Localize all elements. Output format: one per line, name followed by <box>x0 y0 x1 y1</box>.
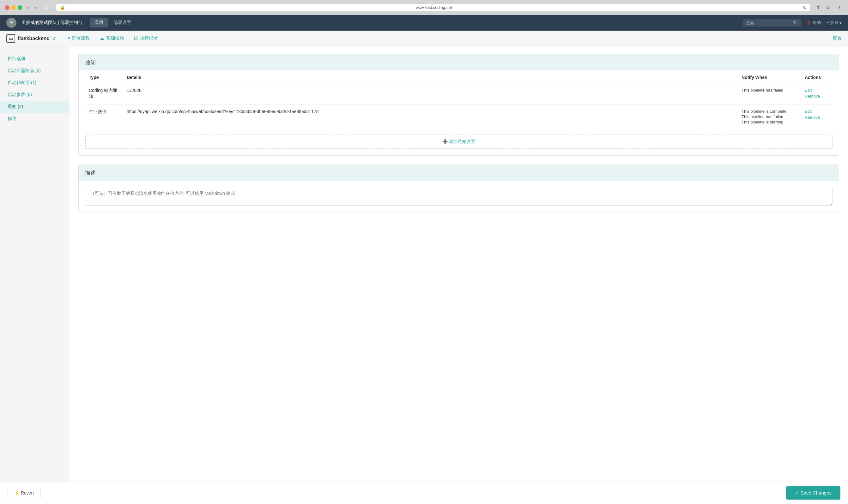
row1-edit-link[interactable]: Edit <box>805 88 829 92</box>
help-label: 帮助 <box>813 20 821 25</box>
sidebar-item-notifications[interactable]: 通知 (2) <box>0 101 70 113</box>
row2-actions: Edit Remove <box>801 105 832 130</box>
user-label: 王振威 <box>826 20 838 25</box>
help-link[interactable]: ❓ 帮助 <box>806 20 821 25</box>
description-section: 描述 <box>78 164 839 212</box>
revert-button[interactable]: ⚡ Revert <box>7 487 40 499</box>
deploy-flow-icon: ≡ <box>67 36 70 41</box>
reload-button[interactable]: ↻ <box>803 5 807 10</box>
user-menu[interactable]: 王振威 ▾ <box>826 20 842 25</box>
notify-when-line: This pipeline has failed <box>742 88 797 92</box>
sidebar-item-triggers[interactable]: 自动触发器 (1) <box>0 77 70 89</box>
cloud-icon: ☁ <box>100 36 104 41</box>
row2-type: 企业微信 <box>85 105 123 130</box>
sub-nav-tabs: ≡ 部署流程 ☁ 基础设施 ☑ 执行记录 <box>66 31 159 47</box>
table-row: 企业微信 https://qyapi.weixin.qq.com/cgi-bin… <box>85 105 832 130</box>
check-icon: ☑ <box>134 36 138 41</box>
browser-actions: ⬆ ⧉ <box>814 3 832 12</box>
sidebar-item-artifacts[interactable]: 启动所需制品 (3) <box>0 65 70 77</box>
search-input[interactable] <box>746 20 790 25</box>
notification-section-body: Type Details Notify When Actions Coding … <box>79 70 839 155</box>
nav-item-deploy[interactable]: 部署设置 <box>109 18 136 28</box>
tab-button[interactable]: ⬜ <box>42 4 52 11</box>
sidebar-item-params[interactable]: 启动参数 (0) <box>0 89 70 101</box>
forward-button[interactable]: › <box>33 4 38 11</box>
maximize-button[interactable] <box>18 5 22 10</box>
row2-remove-link[interactable]: Remove <box>805 115 829 120</box>
notify-when-line-1: This pipeline is complete <box>742 109 797 114</box>
nav-buttons: ‹ › <box>26 4 38 11</box>
description-textarea[interactable] <box>85 186 832 205</box>
row1-actions: Edit Remove <box>801 83 832 105</box>
content-area: 通知 Type Details Notify When Actions <box>70 47 848 493</box>
row1-notify-when: This pipeline has failed <box>738 83 801 105</box>
row1-details: 132028 <box>123 83 738 105</box>
row2-edit-link[interactable]: Edit <box>805 109 829 114</box>
lock-icon: 🔒 <box>60 5 65 10</box>
app-name: flaskbackend <box>18 36 50 41</box>
notification-section: 通知 Type Details Notify When Actions <box>78 54 839 156</box>
description-section-body <box>79 181 839 212</box>
row2-notify-when: This pipeline is complete This pipeline … <box>738 105 801 130</box>
notify-when-line-3: This pipeline is starting <box>742 120 797 124</box>
add-tab-button[interactable]: + <box>836 3 843 11</box>
notify-when-line-2: This pipeline has failed <box>742 114 797 119</box>
app-container: 王 王振威的测试团队 | 部署控制台 应用 部署设置 🔍 ❓ 帮助 王振威 ▾ … <box>0 15 848 493</box>
help-icon: ❓ <box>806 20 811 25</box>
top-nav-menu: 应用 部署设置 <box>90 18 136 28</box>
col-header-actions: Actions <box>801 70 832 83</box>
user-chevron-icon: ▾ <box>840 20 842 25</box>
add-notification-button[interactable]: ➕ 添加通知设置 <box>85 134 832 149</box>
browser-titlebar: ‹ › ⬜ 🔒 wzw-test.coding.net ↻ ⬆ ⧉ + <box>0 0 848 15</box>
row1-remove-link[interactable]: Remove <box>805 94 829 98</box>
sidebar: 执行选项 启动所需制品 (3) 自动触发器 (1) 启动参数 (0) 通知 (2… <box>0 47 70 493</box>
refresh-icon[interactable]: ↺ <box>52 36 56 41</box>
notification-section-title: 通知 <box>85 59 96 65</box>
traffic-lights <box>5 5 22 10</box>
col-header-details: Details <box>123 70 738 83</box>
row1-type: Coding 站内通知 <box>85 83 123 105</box>
team-name: 王振威的测试团队 | 部署控制台 <box>21 20 83 25</box>
col-header-notify: Notify When <box>738 70 801 83</box>
app-icon: ▭ <box>6 34 15 43</box>
back-button[interactable]: ‹ <box>26 4 31 11</box>
sidebar-item-description[interactable]: 描述 <box>0 113 70 125</box>
col-header-type: Type <box>85 70 123 83</box>
search-icon[interactable]: 🔍 <box>793 20 798 25</box>
browser-window: ‹ › ⬜ 🔒 wzw-test.coding.net ↻ ⬆ ⧉ + 王 王振… <box>0 0 848 504</box>
share-button[interactable]: ⬆ <box>814 3 822 12</box>
close-button[interactable] <box>5 5 10 10</box>
new-tab-button[interactable]: ⧉ <box>825 3 832 12</box>
bottom-bar: ⚡ Revert ✓ Save Changes <box>0 482 848 504</box>
notification-section-header: 通知 <box>79 54 839 70</box>
notification-table: Type Details Notify When Actions Coding … <box>85 70 832 129</box>
description-section-header: 描述 <box>79 165 839 181</box>
row2-details: https://qyapi.weixin.qq.com/cgi-bin/webh… <box>123 105 738 130</box>
address-bar[interactable]: 🔒 wzw-test.coding.net ↻ <box>56 4 811 11</box>
url-text: wzw-test.coding.net <box>68 5 801 10</box>
search-box[interactable]: 🔍 <box>743 19 801 26</box>
tab-execution-log[interactable]: ☑ 执行记录 <box>133 31 159 47</box>
team-logo: 王 <box>6 18 16 28</box>
table-row: Coding 站内通知 132028 This pipeline has fai… <box>85 83 832 105</box>
tab-deploy-flow[interactable]: ≡ 部署流程 <box>66 31 91 47</box>
nav-item-app[interactable]: 应用 <box>90 18 108 28</box>
sub-nav: ▭ flaskbackend ↺ ≡ 部署流程 ☁ 基础设施 ☑ 执行记录 配置 <box>0 31 848 47</box>
sidebar-item-exec-options[interactable]: 执行选项 <box>0 53 70 65</box>
minimize-button[interactable] <box>11 5 16 10</box>
config-link[interactable]: 配置 <box>833 36 842 41</box>
sub-nav-right: 配置 <box>833 36 842 41</box>
main-layout: 执行选项 启动所需制品 (3) 自动触发器 (1) 启动参数 (0) 通知 (2… <box>0 47 848 493</box>
description-section-title: 描述 <box>85 170 96 176</box>
tab-infrastructure[interactable]: ☁ 基础设施 <box>99 31 125 47</box>
save-changes-button[interactable]: ✓ Save Changes <box>786 486 841 500</box>
top-nav: 王 王振威的测试团队 | 部署控制台 应用 部署设置 🔍 ❓ 帮助 王振威 ▾ <box>0 15 848 31</box>
